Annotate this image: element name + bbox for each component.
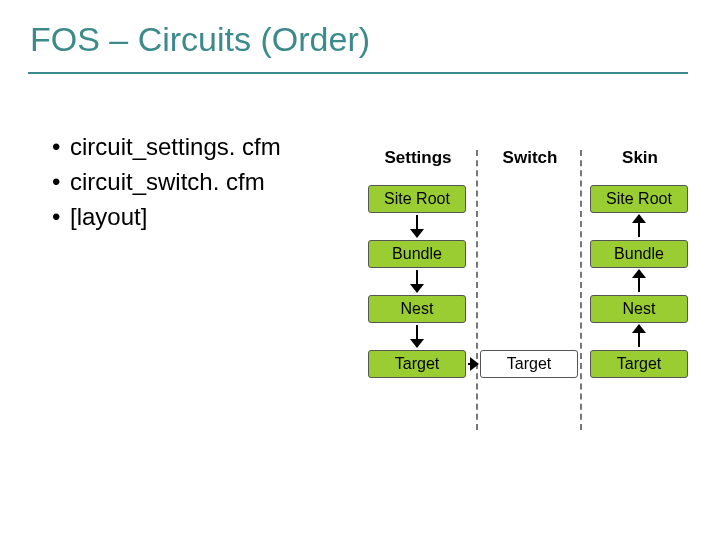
arrow-up-icon <box>632 325 646 347</box>
bullet-text: circuit_settings. cfm <box>70 130 281 165</box>
bullet-dot-icon: • <box>52 165 70 200</box>
column-divider <box>580 150 582 430</box>
column-divider <box>476 150 478 430</box>
arrow-up-icon <box>632 215 646 237</box>
arrow-up-icon <box>632 270 646 292</box>
bullet-dot-icon: • <box>52 200 70 235</box>
arrow-down-icon <box>410 270 424 292</box>
bullet-item: • [layout] <box>52 200 281 235</box>
settings-box-bundle: Bundle <box>368 240 466 268</box>
arrow-right-icon <box>468 363 478 365</box>
bullet-text: [layout] <box>70 200 147 235</box>
bullet-list: • circuit_settings. cfm • circuit_switch… <box>52 130 281 234</box>
settings-box-target: Target <box>368 350 466 378</box>
bullet-text: circuit_switch. cfm <box>70 165 265 200</box>
title-underline <box>28 72 688 74</box>
skin-box-bundle: Bundle <box>590 240 688 268</box>
skin-box-nest: Nest <box>590 295 688 323</box>
bullet-dot-icon: • <box>52 130 70 165</box>
bullet-item: • circuit_settings. cfm <box>52 130 281 165</box>
column-header-skin: Skin <box>590 148 690 168</box>
slide-title: FOS – Circuits (Order) <box>30 20 370 59</box>
bullet-item: • circuit_switch. cfm <box>52 165 281 200</box>
switch-box-target: Target <box>480 350 578 378</box>
settings-box-site-root: Site Root <box>368 185 466 213</box>
column-header-switch: Switch <box>480 148 580 168</box>
column-header-settings: Settings <box>368 148 468 168</box>
settings-box-nest: Nest <box>368 295 466 323</box>
skin-box-site-root: Site Root <box>590 185 688 213</box>
arrow-down-icon <box>410 325 424 347</box>
arrow-down-icon <box>410 215 424 237</box>
skin-box-target: Target <box>590 350 688 378</box>
